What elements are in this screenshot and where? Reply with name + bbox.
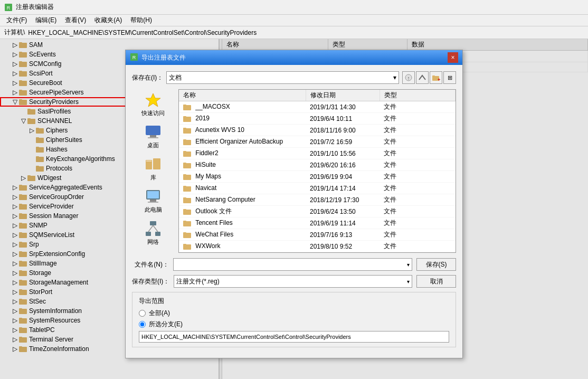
file-type-cell: 文件 [380,171,456,183]
file-date-cell: 2018/12/19 17:30 [306,194,380,206]
title-text: 注册表编辑器 [16,3,54,12]
filename-row: 文件名(N)： ▾ 保存(S) [132,258,456,271]
file-date-cell: 2019/7/2 16:59 [306,136,380,148]
quick-item-computer[interactable]: 此电脑 [135,186,172,216]
up-button[interactable] [416,71,429,84]
file-list[interactable]: 名称 修改日期 类型 __MACOSX 2019/1/31 14:3 [178,89,456,253]
export-range: 导出范围 全部(A) 所选分支(E) HKEY_LOCAL_MACHINE\SY… [132,292,456,347]
save-location-row: 保存在(I)： 文档 ▾ ↑ + [132,71,456,84]
file-date-cell: 2019/6/19 9:04 [306,171,380,183]
svg-rect-100 [183,151,186,153]
file-type-cell: 文件 [380,229,456,241]
svg-rect-112 [183,221,186,222]
menu-favorites[interactable]: 收藏夹(A) [90,15,126,26]
svg-rect-86 [150,221,156,225]
menu-help[interactable]: 帮助(H) [126,15,156,26]
file-col-name[interactable]: 名称 [179,90,306,101]
folder-icon [183,138,192,146]
file-name-cell: Navicat [179,183,306,194]
address-bar: 计算机\ HKEY_LOCAL_MACHINE\SYSTEM\CurrentCo… [0,26,588,39]
file-list-item[interactable]: NetSarang Computer 2018/12/19 17:30 文件 [179,194,456,206]
filetype-label: 保存类型(I)： [132,277,169,286]
file-name-text: NetSarang Computer [195,196,255,203]
filename-arrow[interactable]: ▾ [407,262,410,268]
file-list-item[interactable]: Fiddler2 2019/1/10 15:56 文件 [179,148,456,159]
svg-rect-92 [183,105,186,106]
file-list-item[interactable]: HiSuite 2019/6/20 16:16 文件 [179,159,456,171]
view-button[interactable]: ⊞ [443,71,456,84]
file-list-item[interactable]: WeChat Files 2019/7/16 9:13 文件 [179,229,456,241]
file-type-cell: 文件 [380,217,456,229]
back-button[interactable]: ↑ [402,71,415,84]
quick-item-library[interactable]: 库 [135,154,172,184]
file-name-cell: Efficient Organizer AutoBackup [179,136,306,148]
menu-file[interactable]: 文件(F) [2,15,31,26]
file-name-text: __MACOSX [195,103,230,110]
svg-rect-116 [183,244,186,245]
dialog-overlay: R 导出注册表文件 × 保存在(I)： 文档 ▾ [0,39,588,379]
radio-selected-label: 所选分支(E) [149,320,183,329]
desktop-icon [145,124,162,140]
file-list-item[interactable]: Tencent Files 2019/6/19 11:14 文件 [179,217,456,229]
cancel-button[interactable]: 取消 [416,275,456,288]
file-list-item[interactable]: Efficient Organizer AutoBackup 2019/7/2 … [179,136,456,148]
save-button[interactable]: 保存(S) [416,258,456,271]
file-list-item[interactable]: 2019 2019/6/4 10:11 文件 [179,113,456,125]
file-name-text: Efficient Organizer AutoBackup [195,138,283,145]
folder-icon [183,162,192,169]
file-list-item[interactable]: Navicat 2019/1/14 17:14 文件 [179,183,456,194]
file-name-cell: 2019 [179,113,306,125]
radio-all-input[interactable] [139,310,146,317]
save-location-combo[interactable]: 文档 ▾ [166,71,399,84]
radio-selected[interactable]: 所选分支(E) [139,320,449,329]
file-col-type[interactable]: 类型 [380,90,456,101]
filename-text-input[interactable] [176,261,407,268]
quick-label-computer: 此电脑 [145,206,162,214]
combo-dropdown-arrow[interactable]: ▾ [393,74,396,81]
file-name-text: 2019 [195,115,210,122]
svg-rect-85 [147,191,159,198]
new-folder-button[interactable]: + [430,71,442,84]
dialog-toolbar: ↑ + ⊞ [402,71,456,84]
file-name-cell: WeChat Files [179,229,306,241]
file-type-cell: 文件 [380,206,456,217]
dialog-icon: R [130,53,138,63]
file-name-text: Fiddler2 [195,149,218,157]
file-col-date[interactable]: 修改日期 [306,90,380,101]
folder-icon [183,243,192,250]
file-list-item[interactable]: __MACOSX 2019/1/31 14:30 文件 [179,101,456,113]
filetype-combo[interactable]: 注册文件(*.reg) ▾ [174,275,412,288]
file-type-cell: 文件 [380,194,456,206]
bottom-fields: 文件名(N)： ▾ 保存(S) 保存类型(I)： 注册文件(*.reg) ▾ [132,258,456,288]
radio-all[interactable]: 全部(A) [139,309,449,318]
radio-selected-input[interactable] [139,321,146,328]
quick-item-desktop[interactable]: 桌面 [135,121,172,151]
menu-edit[interactable]: 编辑(E) [31,15,61,26]
filename-label: 文件名(N)： [132,260,169,269]
library-icon [145,156,162,173]
svg-text:↑: ↑ [407,75,410,81]
file-type-cell: 文件 [380,159,456,171]
file-name-cell: Fiddler2 [179,148,306,159]
menu-view[interactable]: 查看(V) [61,15,90,26]
file-list-item[interactable]: WXWork 2019/8/10 9:52 文件 [179,241,456,252]
folder-icon [183,196,192,204]
file-list-item[interactable]: Acunetix WVS 10 2018/11/16 9:00 文件 [179,125,456,136]
svg-text:R: R [7,5,11,11]
dialog-body: 保存在(I)： 文档 ▾ ↑ + [126,65,462,358]
file-name-text: Tencent Files [195,219,233,226]
file-list-item[interactable]: My Maps 2019/6/19 9:04 文件 [179,171,456,183]
file-name-cell: __MACOSX [179,101,306,113]
quick-item-quickaccess[interactable]: 快速访问 [135,89,172,119]
filetype-value: 注册文件(*.reg) [176,277,219,286]
file-list-item[interactable]: Outlook 文件 2019/6/24 13:50 文件 [179,206,456,217]
main-content: ▷ SAM ▷ ScEvents ▷ SCMConfig [0,39,588,379]
quick-label-quickaccess: 快速访问 [141,109,165,117]
dialog-close-button[interactable]: × [448,52,458,63]
filetype-row: 保存类型(I)： 注册文件(*.reg) ▾ 取消 [132,275,456,288]
filename-input[interactable]: ▾ [173,258,412,271]
quick-item-network[interactable]: 网络 [135,218,172,248]
export-path-box: HKEY_LOCAL_MACHINE\SYSTEM\CurrentControl… [139,331,449,343]
folder-icon [183,103,192,111]
filetype-arrow[interactable]: ▾ [407,279,410,285]
